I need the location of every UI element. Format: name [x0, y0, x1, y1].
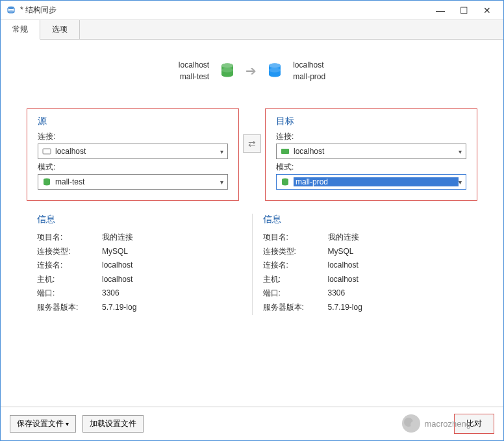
tab-bar: 常规 选项: [1, 20, 503, 40]
target-panel: 目标 连接: localhost ▾ 模式: mall-prod ▾: [265, 108, 477, 201]
minimize-button[interactable]: —: [435, 5, 446, 16]
chevron-down-icon: ▾: [459, 148, 462, 155]
footer: 保存设置文件 加载设置文件 比对: [1, 407, 503, 440]
target-connection-combo[interactable]: localhost ▾: [276, 144, 466, 159]
database-icon: [218, 62, 236, 80]
connection-icon: [42, 147, 51, 156]
source-connection-combo[interactable]: localhost ▾: [38, 144, 228, 159]
load-profile-button[interactable]: 加载设置文件: [82, 415, 144, 433]
connection-icon: [281, 147, 290, 156]
database-icon: [266, 62, 284, 80]
maximize-button[interactable]: ☐: [458, 5, 470, 16]
target-connection-value: localhost: [294, 147, 459, 156]
chevron-down-icon: ▾: [220, 148, 223, 155]
target-schema-value: mall-prod: [294, 177, 459, 186]
svg-point-7: [269, 64, 281, 68]
svg-rect-8: [43, 149, 51, 154]
target-title: 目标: [276, 116, 466, 127]
svg-point-6: [269, 68, 281, 73]
save-profile-button[interactable]: 保存设置文件: [10, 415, 76, 433]
chevron-down-icon: ▾: [220, 179, 223, 186]
summary-source-schema: mall-test: [179, 71, 209, 82]
titlebar: * 结构同步 — ☐ ✕: [1, 1, 503, 20]
tab-general[interactable]: 常规: [1, 20, 40, 40]
swap-button[interactable]: ⇄: [243, 134, 261, 153]
source-info: 信息 项目名:我的连接 连接类型:MySQL 连接名:localhost 主机:…: [27, 214, 253, 315]
summary-target-host: localhost: [293, 59, 325, 71]
source-connection-value: localhost: [55, 147, 220, 156]
info-title: 信息: [37, 214, 242, 225]
summary-bar: localhost mall-test ➔ localhost mall-pro…: [1, 40, 503, 108]
source-panel: 源 连接: localhost ▾ 模式: mall-test ▾: [27, 108, 239, 201]
app-icon: [6, 5, 16, 16]
svg-point-1: [8, 10, 14, 13]
target-info: 信息 项目名:我的连接 连接类型:MySQL 连接名:localhost 主机:…: [253, 214, 478, 315]
source-connection-label: 连接:: [38, 131, 228, 142]
arrow-right-icon: ➔: [246, 63, 257, 79]
info-title: 信息: [263, 214, 468, 225]
target-schema-combo[interactable]: mall-prod ▾: [276, 174, 466, 190]
window-title: * 结构同步: [20, 5, 435, 16]
database-icon: [42, 177, 51, 186]
source-schema-value: mall-test: [55, 177, 220, 186]
svg-point-0: [8, 6, 14, 9]
summary-source-host: localhost: [179, 59, 209, 71]
svg-rect-10: [281, 149, 289, 154]
source-title: 源: [38, 116, 228, 127]
tab-options[interactable]: 选项: [40, 20, 80, 39]
source-schema-label: 模式:: [38, 162, 228, 173]
target-schema-label: 模式:: [276, 162, 466, 173]
svg-point-3: [221, 68, 233, 73]
source-schema-combo[interactable]: mall-test ▾: [38, 174, 228, 190]
compare-button[interactable]: 比对: [454, 414, 494, 434]
close-button[interactable]: ✕: [481, 5, 493, 16]
database-icon: [281, 177, 290, 186]
svg-point-4: [221, 64, 233, 68]
target-connection-label: 连接:: [276, 131, 466, 142]
summary-target-schema: mall-prod: [293, 71, 325, 82]
chevron-down-icon: ▾: [459, 179, 462, 186]
